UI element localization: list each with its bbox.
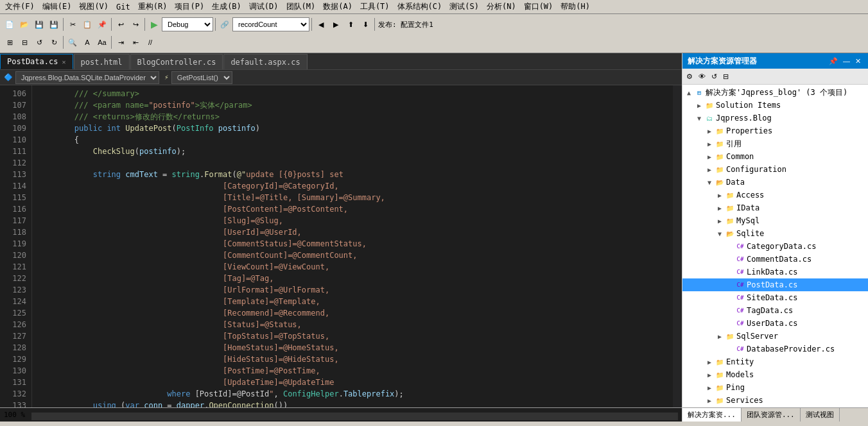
se-tb-show-all[interactable]: 👁 — [696, 70, 708, 83]
tb2-search[interactable]: 🔍 — [65, 35, 80, 49]
code-lines-container[interactable]: /// </summary> /// <param name="postinfo… — [32, 85, 673, 407]
tab-blogcontroller[interactable]: BlogController.cs — [130, 54, 223, 69]
tree-refs[interactable]: ▶ 📁 引用 — [682, 137, 868, 150]
vertical-scrollbar[interactable] — [673, 85, 682, 407]
tb-start[interactable]: ▶ — [147, 17, 161, 31]
tb-attach[interactable]: 🔗 — [218, 17, 232, 31]
mysql-expander[interactable]: ▶ — [715, 217, 725, 225]
se-minimize-btn[interactable]: — — [841, 57, 852, 65]
tree-categorydata[interactable]: C# CategoryData.cs — [682, 240, 868, 253]
tree-linkdata[interactable]: C# LinkData.cs — [682, 266, 868, 278]
menu-analyze[interactable]: 分析(N) — [483, 0, 520, 13]
menu-help[interactable]: 帮助(H) — [557, 0, 594, 13]
si-expander[interactable]: ▶ — [694, 102, 704, 109]
tb-paste[interactable]: 📌 — [95, 17, 109, 31]
tree-solution[interactable]: ▲ ⊞ 解决方案'Jqpress_blog' (3 个项目) — [682, 86, 868, 99]
menu-file[interactable]: 文件(F) — [1, 0, 39, 13]
menu-team[interactable]: 团队(M) — [282, 0, 320, 13]
tree-postdata[interactable]: C# PostData.cs — [682, 278, 868, 291]
refs-expander[interactable]: ▶ — [704, 141, 715, 148]
tb-nav2[interactable]: ▶ — [329, 17, 343, 31]
tree-common[interactable]: ▶ 📁 Common — [682, 150, 868, 163]
menu-tools[interactable]: 工具(T) — [356, 0, 394, 13]
tb-open[interactable]: 📂 — [17, 17, 31, 31]
menu-build[interactable]: 生成(B) — [208, 0, 245, 13]
se-tab-test[interactable]: 测试视图 — [801, 408, 840, 422]
tree-properties[interactable]: ▶ 📁 Properties — [682, 124, 868, 137]
menu-arch[interactable]: 体系结构(C) — [394, 0, 446, 13]
props-expander[interactable]: ▶ — [704, 128, 715, 135]
idata-expander[interactable]: ▶ — [715, 205, 725, 212]
tb2-1[interactable]: ⊞ — [3, 35, 17, 49]
menu-edit[interactable]: 编辑(E) — [39, 0, 76, 13]
tb-undo[interactable]: ↩ — [114, 17, 128, 31]
project-expander[interactable]: ▼ — [694, 115, 704, 122]
se-tb-refresh[interactable]: ↺ — [709, 70, 720, 83]
common-expander[interactable]: ▶ — [704, 153, 715, 160]
tb-nav4[interactable]: ⬇ — [358, 17, 372, 31]
record-count-dropdown[interactable]: recordCount — [232, 17, 309, 31]
tree-idata[interactable]: ▶ 📁 IData — [682, 201, 868, 214]
se-pin-btn[interactable]: 📌 — [827, 57, 840, 65]
tree-sqlite[interactable]: ▼ 📂 Sqlite — [682, 227, 868, 240]
ping-expander[interactable]: ▶ — [704, 384, 715, 391]
menu-view[interactable]: 视图(V) — [75, 0, 112, 13]
tree-commentdata[interactable]: C# CommentData.cs — [682, 253, 868, 266]
models-expander[interactable]: ▶ — [704, 371, 715, 379]
config-expander[interactable]: ▶ — [704, 166, 715, 173]
menu-refactor[interactable]: 重构(R) — [134, 0, 171, 13]
tree-access[interactable]: ▶ 📁 Access — [682, 189, 868, 201]
tree-configuration[interactable]: ▶ 📁 Configuration — [682, 163, 868, 176]
sqlite-expander[interactable]: ▼ — [715, 230, 725, 237]
menu-git[interactable]: Git — [112, 1, 134, 13]
se-tb-properties[interactable]: ⚙ — [684, 70, 695, 83]
h-scrollbar[interactable] — [31, 413, 678, 420]
tb2-6[interactable]: Aa — [95, 35, 109, 49]
tab-defaultaspx[interactable]: default.aspx.cs — [223, 54, 307, 69]
entity-expander[interactable]: ▶ — [704, 359, 715, 366]
tree-dbprovider[interactable]: C# DatabaseProvider.cs — [682, 343, 868, 355]
access-expander[interactable]: ▶ — [715, 192, 725, 199]
menu-test[interactable]: 测试(S) — [446, 0, 483, 13]
tab-postdata-close[interactable]: ✕ — [62, 58, 65, 65]
tb2-2[interactable]: ⊟ — [17, 35, 31, 49]
tb-new[interactable]: 📄 — [3, 17, 17, 31]
tree-entity[interactable]: ▶ 📁 Entity — [682, 355, 868, 368]
tree-sitedata[interactable]: C# SiteData.cs — [682, 291, 868, 304]
tree-project[interactable]: ▼ 🗂 Jqpress.Blog — [682, 112, 868, 124]
se-tab-team[interactable]: 团队资源管... — [742, 408, 801, 422]
tb-cut[interactable]: ✂ — [65, 17, 80, 31]
menu-project[interactable]: 项目(P) — [171, 0, 208, 13]
tb-redo[interactable]: ↪ — [128, 17, 143, 31]
class-path-dropdown[interactable]: Jqpress.Blog.Data.SQLite.DataProvider — [15, 71, 159, 84]
sql-expander[interactable]: ▶ — [715, 333, 725, 340]
tree-ping[interactable]: ▶ 📁 Ping — [682, 381, 868, 394]
tb-copy[interactable]: 📋 — [80, 17, 94, 31]
tb2-indent[interactable]: ⇥ — [114, 35, 128, 49]
tree-data[interactable]: ▼ 📂 Data — [682, 176, 868, 189]
services-expander[interactable]: ▶ — [704, 397, 715, 404]
tb-save-all[interactable]: 💾 — [47, 17, 61, 31]
tb-save[interactable]: 💾 — [32, 17, 46, 31]
tree-tagdata[interactable]: C# TagData.cs — [682, 304, 868, 317]
tree-models[interactable]: ▶ 📁 Models — [682, 368, 868, 381]
tab-postdata[interactable]: PostData.cs ✕ — [0, 54, 73, 69]
tree-services[interactable]: ▶ 📁 Services — [682, 394, 868, 407]
tab-posthtml[interactable]: post.html — [74, 54, 130, 69]
menu-data[interactable]: 数据(A) — [319, 0, 356, 13]
tree-solution-items[interactable]: ▶ 📁 Solution Items — [682, 99, 868, 112]
se-tab-solution[interactable]: 解决方案资... — [682, 408, 742, 422]
solution-expander[interactable]: ▲ — [684, 89, 694, 96]
se-close-btn[interactable]: ✕ — [853, 57, 863, 65]
tb2-4[interactable]: ↻ — [47, 35, 61, 49]
tb-nav3[interactable]: ⬆ — [343, 17, 358, 31]
tree-mysql[interactable]: ▶ 📁 MySql — [682, 214, 868, 227]
menu-window[interactable]: 窗口(W) — [520, 0, 557, 13]
tb2-comment[interactable]: // — [143, 35, 157, 49]
debug-config-dropdown[interactable]: Debug — [162, 17, 213, 31]
se-tb-collapse[interactable]: ⊟ — [720, 70, 731, 83]
tb2-outdent[interactable]: ⇤ — [128, 35, 143, 49]
data-expander[interactable]: ▼ — [704, 179, 715, 186]
tb-nav1[interactable]: ◀ — [314, 17, 328, 31]
menu-debug[interactable]: 调试(D) — [245, 0, 282, 13]
